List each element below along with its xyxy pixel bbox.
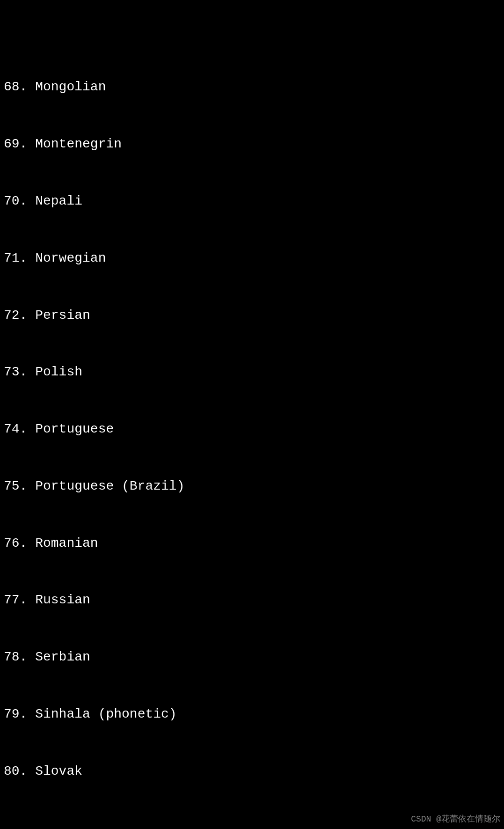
list-item: 70. Nepali (4, 192, 500, 211)
list-section-1: 68. Mongolian 69. Montenegrin 70. Nepali… (4, 40, 500, 819)
watermark: CSDN @花蕾依在情随尔 (411, 813, 500, 825)
list-item: 79. Sinhala (phonetic) (4, 705, 500, 724)
list-item: 72. Persian (4, 306, 500, 325)
list-item: 80. Slovak (4, 762, 500, 781)
list-item: 75. Portuguese (Brazil) (4, 477, 500, 496)
terminal-output: 68. Mongolian 69. Montenegrin 70. Nepali… (4, 2, 500, 829)
list-item: 76. Romanian (4, 534, 500, 553)
list-item: 73. Polish (4, 363, 500, 382)
list-item: 69. Montenegrin (4, 135, 500, 154)
list-item: 78. Serbian (4, 648, 500, 667)
list-item: 68. Mongolian (4, 78, 500, 97)
list-item: 77. Russian (4, 591, 500, 610)
list-item: 74. Portuguese (4, 420, 500, 439)
list-item: 71. Norwegian (4, 249, 500, 268)
